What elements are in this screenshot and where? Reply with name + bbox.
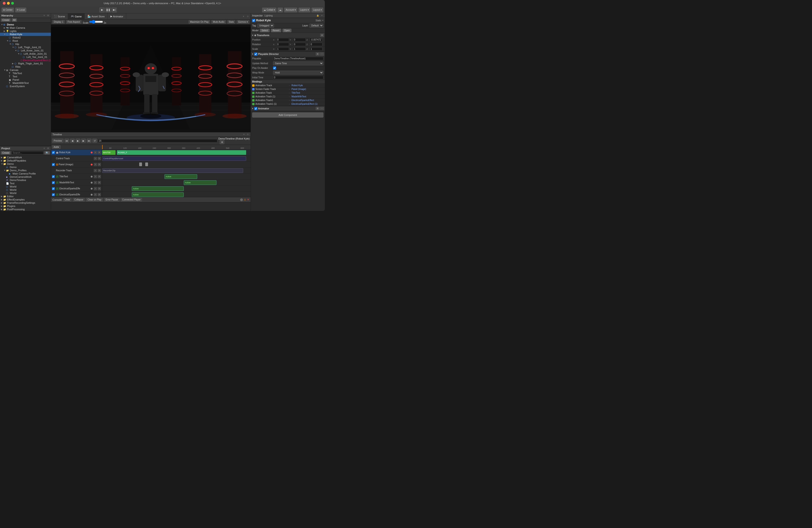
pos-x-input[interactable] [276, 38, 289, 42]
rot-x-input[interactable] [276, 43, 289, 46]
cloud-icon-btn[interactable]: ☁ [277, 7, 283, 13]
track-checkbox[interactable] [52, 193, 55, 196]
clip-run00[interactable]: RUN00_F [117, 150, 246, 155]
close-button[interactable] [3, 2, 5, 5]
account-button[interactable]: Account ▾ [284, 7, 298, 13]
asset-store-tab[interactable]: 🏪 Asset Store [85, 13, 108, 19]
scene-tab[interactable]: ⬛ Scene [51, 13, 68, 19]
track-recorder[interactable]: Recorder Track + ≡ [51, 168, 102, 174]
track-add-btn[interactable]: + [94, 169, 97, 172]
project-item-demo-folder[interactable]: ▼ 📁 Demo [0, 162, 51, 166]
hierarchy-item-ribs[interactable]: ⬡ Ribs [0, 65, 51, 69]
project-item-postprocessing[interactable]: ▶ 📁 PostProcessing [0, 208, 51, 211]
project-item-demotimeline[interactable]: ⏱ DemoTimeline [0, 179, 51, 182]
hierarchy-item-hip[interactable]: ▼ ⬡ Hip [0, 42, 51, 46]
scale-slider[interactable] [89, 20, 103, 24]
project-item-effectexamples[interactable]: ▶ 📁 EffectExamples [0, 198, 51, 201]
project-item-framerecording[interactable]: ▶ 📁 FrameRecordingSettings [0, 201, 51, 205]
inspector-collapse-btn[interactable]: ▼ [320, 14, 323, 17]
tab-settings-btn[interactable]: ⚙ [246, 15, 249, 18]
frame-input[interactable] [98, 139, 217, 142]
layout-button[interactable]: Layout ▾ [311, 7, 323, 13]
maximize-on-play-btn[interactable]: Maximize On Play [189, 20, 210, 24]
tag-select[interactable]: Untagged [257, 24, 274, 28]
hierarchy-item-demo[interactable]: ▼ ⊙ Demo [0, 23, 51, 26]
track-add-btn[interactable]: + [94, 157, 97, 160]
lighting-tab[interactable]: Lighting [264, 14, 273, 17]
track-robot-kyle[interactable]: 🤖 Robot Kyle + ≡ [51, 150, 102, 155]
preview-btn[interactable]: Preview [52, 139, 63, 143]
project-collapse-btn[interactable]: ▼ [43, 147, 46, 150]
hierarchy-create-btn[interactable]: Create [1, 18, 11, 22]
prev-frame-btn[interactable]: ◀ [70, 139, 75, 143]
track-add-btn[interactable]: + [94, 193, 97, 196]
hierarchy-collapse-btn[interactable]: ▼ [43, 14, 46, 17]
track-checkbox[interactable] [52, 163, 55, 166]
transform-header[interactable]: ▼ ⊕ Transform ⚙ [251, 33, 325, 37]
clip-made-active[interactable]: Active [184, 180, 216, 185]
hierarchy-item-panel[interactable]: ▣ Panel [0, 78, 51, 81]
play-on-awake-checkbox[interactable] [273, 66, 276, 70]
track-menu-btn[interactable]: ≡ [98, 169, 101, 172]
pos-y-input[interactable] [293, 38, 306, 42]
act1-object-label[interactable]: TitleText [292, 92, 324, 94]
track-checkbox[interactable] [52, 181, 55, 184]
track-checkbox[interactable] [52, 187, 55, 190]
update-method-select[interactable]: Game Time [273, 61, 323, 65]
track-titletext[interactable]: ✓ TitleText + ≡ [51, 174, 102, 180]
transform-settings-btn[interactable]: ⚙ [320, 34, 324, 37]
project-item-test[interactable]: 📄 Test [0, 182, 51, 185]
project-item-camerawork[interactable]: ▶ 📁 CameraWork [0, 156, 51, 159]
hierarchy-item-left-thigh[interactable]: ▼ ⬡ Left_Thigh_Joint_01 [0, 46, 51, 49]
hierarchy-item-maincamera[interactable]: ▶ 📷 Main Camera [0, 26, 51, 29]
hierarchy-item-right-thigh[interactable]: ▶ ⬡ Right_Thigh_Joint_01 [0, 62, 51, 65]
console-clear-btn[interactable]: Clear [63, 198, 71, 201]
add-component-btn[interactable]: Add Component [252, 112, 323, 118]
project-item-democamerawork[interactable]: ■ DemoCameraWork [0, 175, 51, 179]
animator-header[interactable]: ▼ Animator ⚙ ⋯ [251, 106, 325, 111]
clip-controlplayable[interactable]: ControlPlayableAsset [102, 156, 246, 161]
initial-time-input[interactable] [273, 76, 323, 79]
scale-y-input[interactable] [293, 47, 306, 51]
clip-wait00[interactable]: WAIT00 [102, 150, 116, 155]
pause-button[interactable]: ❚❚ [105, 7, 111, 13]
project-item-demo-profiles[interactable]: ▼ 📁 Demo_Profiles [0, 169, 51, 172]
project-item-world3[interactable]: ⬡ World [0, 192, 51, 195]
model-select-btn[interactable]: Select [260, 29, 270, 32]
hierarchy-item-robotkyle[interactable]: ▼ ⬡ Robot Kyle [0, 33, 51, 36]
act2-object-label[interactable]: MadeWithText [292, 95, 324, 98]
hierarchy-item-robot2[interactable]: ⬡ Robot2 [0, 36, 51, 39]
hierarchy-item-eventsystem[interactable]: ⬡ EventSystem [0, 85, 51, 88]
keyframe-marker2[interactable] [145, 163, 148, 166]
scale-x-input[interactable] [276, 47, 289, 51]
model-revert-btn[interactable]: Revert [271, 29, 281, 32]
maximize-button[interactable] [11, 2, 14, 5]
project-item-defaultplayables[interactable]: ▶ 📁 DefaultPlayables [0, 159, 51, 162]
layer-select[interactable]: Default [309, 24, 323, 28]
layers-button[interactable]: Layers ▾ [298, 7, 310, 13]
hierarchy-item-left-knee[interactable]: ▼ ⬡ Left_Knee_Joint_01 [0, 49, 51, 52]
track-control[interactable]: Control Track + ≡ [51, 155, 102, 162]
hierarchy-item-lights[interactable]: ▶ 💡 Lights [0, 29, 51, 33]
track-menu-btn[interactable]: ≡ [98, 187, 101, 190]
hierarchy-settings-btn[interactable]: ⚙ [47, 14, 49, 17]
playable-director-header[interactable]: ▼ Playable Director ⚙ ⋯ [251, 52, 325, 56]
timeline-playhead[interactable] [102, 145, 103, 149]
project-item-main-camera-profile[interactable]: ■ Main Camera Profile [0, 172, 51, 175]
track-add-btn[interactable]: + [94, 181, 97, 184]
clip-recorder[interactable]: RecorderClip [102, 168, 243, 173]
loop-btn[interactable]: ↺ [92, 139, 97, 143]
hierarchy-item-titletext[interactable]: T TitleText [0, 72, 51, 75]
track-add-btn[interactable]: + [94, 163, 97, 166]
tab-resize-btn[interactable]: ▼ [242, 15, 245, 18]
track-add-btn[interactable]: + [94, 175, 97, 178]
project-search-input[interactable] [12, 151, 43, 155]
timeline-collapse-btn[interactable]: ▼ [243, 133, 245, 136]
console-collapse-btn[interactable]: Collapse [73, 198, 85, 201]
track-menu-btn[interactable]: ≡ [98, 181, 101, 184]
act4-object-label[interactable]: ElectricalSparksEffect (1) [292, 103, 324, 105]
track-checkbox[interactable] [52, 151, 55, 154]
track-sparks2[interactable]: ✓ ElectricalSparksEffe + ≡ [51, 192, 102, 197]
transform-pivot-btn[interactable]: ⊕ Center [1, 7, 14, 13]
collab-button[interactable]: ☁ Collab ▾ [262, 7, 277, 13]
